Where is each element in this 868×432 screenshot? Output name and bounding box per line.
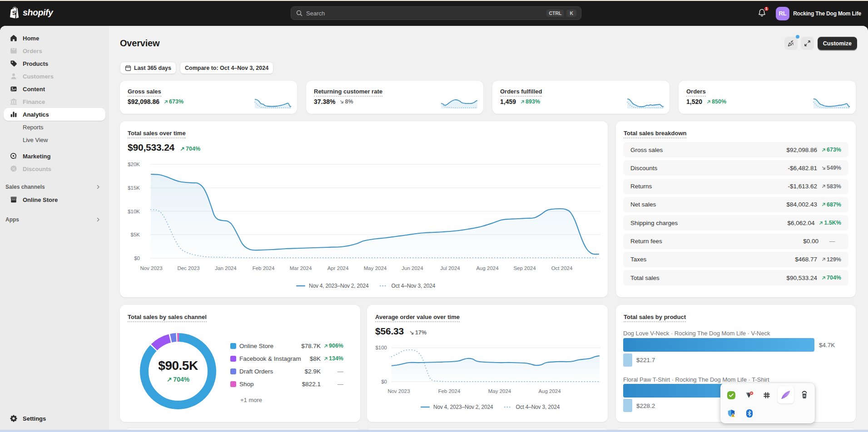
svg-text:Jul 2024: Jul 2024 [440, 265, 460, 271]
svg-text:Dec 2023: Dec 2023 [177, 265, 199, 271]
svg-text:Aug 2024: Aug 2024 [538, 388, 561, 394]
svg-text:$15K: $15K [128, 185, 140, 191]
svg-text:$0: $0 [381, 379, 387, 384]
svg-text:S: S [12, 10, 16, 17]
svg-text:Oct 2024: Oct 2024 [551, 265, 573, 271]
svg-text:Feb 2024: Feb 2024 [253, 265, 275, 271]
svg-text:$20K: $20K [128, 162, 140, 167]
svg-text:Nov 2023: Nov 2023 [387, 388, 410, 394]
svg-text:May 2024: May 2024 [364, 265, 387, 271]
svg-text:$5K: $5K [131, 232, 140, 237]
svg-text:$100: $100 [375, 345, 387, 350]
svg-text:Jan 2024: Jan 2024 [215, 265, 237, 271]
svg-text:May 2024: May 2024 [488, 388, 511, 394]
svg-text:$0: $0 [134, 255, 140, 261]
svg-text:Sep 2024: Sep 2024 [513, 265, 536, 271]
svg-text:Feb 2024: Feb 2024 [438, 388, 461, 394]
svg-text:Nov 2023: Nov 2023 [140, 265, 162, 271]
svg-text:Aug 2024: Aug 2024 [476, 265, 499, 271]
svg-text:$10K: $10K [128, 209, 140, 214]
svg-text:Jun 2024: Jun 2024 [402, 265, 423, 271]
svg-text:Apr 2024: Apr 2024 [327, 265, 349, 271]
svg-text:Mar 2024: Mar 2024 [290, 265, 312, 271]
